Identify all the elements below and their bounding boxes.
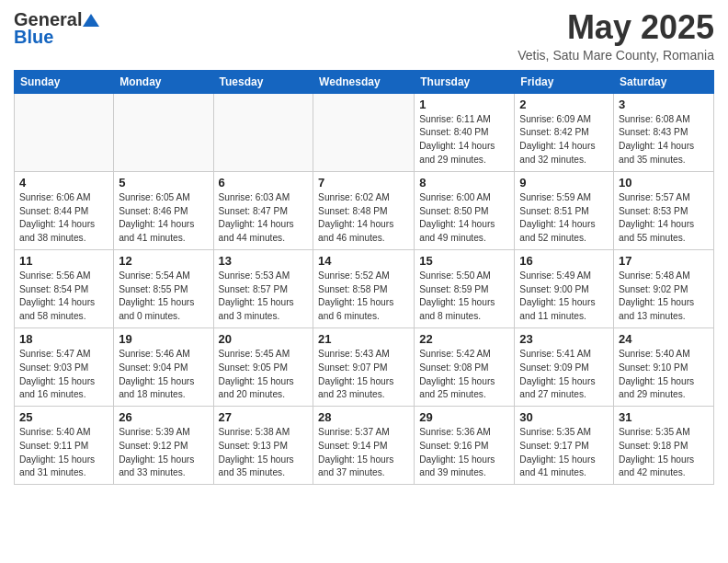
col-monday: Monday (114, 70, 213, 93)
calendar-cell: 27Sunrise: 5:38 AM Sunset: 9:13 PM Dayli… (213, 407, 313, 485)
day-detail: Sunrise: 5:49 AM Sunset: 9:00 PM Dayligh… (519, 270, 609, 324)
day-number: 18 (19, 332, 108, 346)
calendar-cell (114, 93, 213, 171)
calendar-cell: 31Sunrise: 5:35 AM Sunset: 9:18 PM Dayli… (614, 407, 714, 485)
svg-marker-0 (83, 14, 99, 27)
day-detail: Sunrise: 5:48 AM Sunset: 9:02 PM Dayligh… (619, 270, 709, 324)
week-row-0: 1Sunrise: 6:11 AM Sunset: 8:40 PM Daylig… (15, 93, 714, 171)
day-detail: Sunrise: 5:35 AM Sunset: 9:17 PM Dayligh… (519, 426, 609, 480)
calendar-cell: 6Sunrise: 6:03 AM Sunset: 8:47 PM Daylig… (213, 171, 313, 249)
calendar-subtitle: Vetis, Satu Mare County, Romania (518, 48, 714, 63)
calendar-header: Sunday Monday Tuesday Wednesday Thursday… (15, 70, 714, 93)
day-detail: Sunrise: 5:35 AM Sunset: 9:18 PM Dayligh… (619, 426, 709, 480)
calendar-table: Sunday Monday Tuesday Wednesday Thursday… (14, 70, 714, 486)
day-detail: Sunrise: 5:38 AM Sunset: 9:13 PM Dayligh… (219, 426, 309, 480)
day-number: 21 (318, 332, 409, 346)
day-number: 3 (619, 98, 709, 111)
day-number: 19 (119, 332, 208, 346)
calendar-cell: 16Sunrise: 5:49 AM Sunset: 9:00 PM Dayli… (515, 249, 614, 327)
day-number: 5 (119, 176, 208, 190)
day-number: 20 (219, 332, 309, 346)
day-detail: Sunrise: 5:56 AM Sunset: 8:54 PM Dayligh… (19, 270, 108, 324)
day-number: 14 (318, 254, 409, 268)
logo-blue: Blue (14, 27, 53, 48)
col-thursday: Thursday (415, 70, 515, 93)
calendar-cell: 26Sunrise: 5:39 AM Sunset: 9:12 PM Dayli… (114, 407, 213, 485)
week-row-2: 11Sunrise: 5:56 AM Sunset: 8:54 PM Dayli… (15, 249, 714, 327)
day-detail: Sunrise: 5:36 AM Sunset: 9:16 PM Dayligh… (419, 426, 509, 480)
day-detail: Sunrise: 5:45 AM Sunset: 9:05 PM Dayligh… (219, 348, 309, 402)
day-number: 13 (219, 254, 309, 268)
day-detail: Sunrise: 5:53 AM Sunset: 8:57 PM Dayligh… (219, 270, 309, 324)
calendar-cell: 17Sunrise: 5:48 AM Sunset: 9:02 PM Dayli… (614, 249, 714, 327)
calendar-cell: 10Sunrise: 5:57 AM Sunset: 8:53 PM Dayli… (614, 171, 714, 249)
day-number: 17 (619, 254, 709, 268)
calendar-body: 1Sunrise: 6:11 AM Sunset: 8:40 PM Daylig… (15, 93, 714, 485)
calendar-cell: 9Sunrise: 5:59 AM Sunset: 8:51 PM Daylig… (515, 171, 614, 249)
day-number: 26 (119, 410, 208, 424)
page: General Blue May 2025 Vetis, Satu Mare C… (0, 0, 728, 494)
day-number: 2 (519, 98, 609, 111)
day-number: 1 (419, 98, 509, 111)
day-number: 8 (419, 176, 509, 190)
calendar-cell: 11Sunrise: 5:56 AM Sunset: 8:54 PM Dayli… (15, 249, 114, 327)
calendar-cell (313, 93, 415, 171)
day-detail: Sunrise: 6:06 AM Sunset: 8:44 PM Dayligh… (19, 191, 108, 246)
day-number: 7 (318, 176, 409, 190)
calendar-cell: 23Sunrise: 5:41 AM Sunset: 9:09 PM Dayli… (515, 327, 614, 406)
day-detail: Sunrise: 5:47 AM Sunset: 9:03 PM Dayligh… (19, 348, 108, 402)
day-number: 15 (419, 254, 509, 268)
day-detail: Sunrise: 6:05 AM Sunset: 8:46 PM Dayligh… (119, 191, 208, 246)
day-detail: Sunrise: 6:03 AM Sunset: 8:47 PM Dayligh… (219, 191, 309, 246)
calendar-cell: 7Sunrise: 6:02 AM Sunset: 8:48 PM Daylig… (313, 171, 415, 249)
day-number: 22 (419, 332, 509, 346)
day-detail: Sunrise: 5:57 AM Sunset: 8:53 PM Dayligh… (619, 191, 709, 246)
calendar-cell (15, 93, 114, 171)
col-friday: Friday (515, 70, 614, 93)
day-detail: Sunrise: 5:43 AM Sunset: 9:07 PM Dayligh… (318, 348, 409, 402)
day-number: 23 (519, 332, 609, 346)
calendar-cell: 3Sunrise: 6:08 AM Sunset: 8:43 PM Daylig… (614, 93, 714, 171)
calendar-cell: 14Sunrise: 5:52 AM Sunset: 8:58 PM Dayli… (313, 249, 415, 327)
col-sunday: Sunday (15, 70, 114, 93)
calendar-cell: 12Sunrise: 5:54 AM Sunset: 8:55 PM Dayli… (114, 249, 213, 327)
day-detail: Sunrise: 5:54 AM Sunset: 8:55 PM Dayligh… (119, 270, 208, 324)
calendar-cell: 22Sunrise: 5:42 AM Sunset: 9:08 PM Dayli… (415, 327, 515, 406)
calendar-title: May 2025 (518, 9, 714, 46)
day-number: 28 (318, 410, 409, 424)
day-number: 11 (19, 254, 108, 268)
calendar-cell: 8Sunrise: 6:00 AM Sunset: 8:50 PM Daylig… (415, 171, 515, 249)
day-number: 27 (219, 410, 309, 424)
header: General Blue May 2025 Vetis, Satu Mare C… (14, 9, 714, 63)
col-tuesday: Tuesday (213, 70, 313, 93)
calendar-cell: 30Sunrise: 5:35 AM Sunset: 9:17 PM Dayli… (515, 407, 614, 485)
day-detail: Sunrise: 5:40 AM Sunset: 9:10 PM Dayligh… (619, 348, 709, 402)
day-detail: Sunrise: 5:41 AM Sunset: 9:09 PM Dayligh… (519, 348, 609, 402)
day-number: 25 (19, 410, 108, 424)
calendar-cell: 25Sunrise: 5:40 AM Sunset: 9:11 PM Dayli… (15, 407, 114, 485)
day-number: 30 (519, 410, 609, 424)
logo-icon (83, 14, 99, 27)
day-detail: Sunrise: 5:42 AM Sunset: 9:08 PM Dayligh… (419, 348, 509, 402)
calendar-cell: 24Sunrise: 5:40 AM Sunset: 9:10 PM Dayli… (614, 327, 714, 406)
day-number: 9 (519, 176, 609, 190)
calendar-cell: 20Sunrise: 5:45 AM Sunset: 9:05 PM Dayli… (213, 327, 313, 406)
day-number: 24 (619, 332, 709, 346)
day-detail: Sunrise: 5:50 AM Sunset: 8:59 PM Dayligh… (419, 270, 509, 324)
day-number: 4 (19, 176, 108, 190)
day-detail: Sunrise: 5:52 AM Sunset: 8:58 PM Dayligh… (318, 270, 409, 324)
day-detail: Sunrise: 5:59 AM Sunset: 8:51 PM Dayligh… (519, 191, 609, 246)
day-detail: Sunrise: 6:00 AM Sunset: 8:50 PM Dayligh… (419, 191, 509, 246)
calendar-cell: 18Sunrise: 5:47 AM Sunset: 9:03 PM Dayli… (15, 327, 114, 406)
day-detail: Sunrise: 6:09 AM Sunset: 8:42 PM Dayligh… (519, 113, 609, 167)
calendar-cell: 2Sunrise: 6:09 AM Sunset: 8:42 PM Daylig… (515, 93, 614, 171)
calendar-cell: 29Sunrise: 5:36 AM Sunset: 9:16 PM Dayli… (415, 407, 515, 485)
day-detail: Sunrise: 6:08 AM Sunset: 8:43 PM Dayligh… (619, 113, 709, 167)
day-number: 10 (619, 176, 709, 190)
day-detail: Sunrise: 5:40 AM Sunset: 9:11 PM Dayligh… (19, 426, 108, 480)
logo-area: General Blue (14, 9, 99, 48)
calendar-cell: 28Sunrise: 5:37 AM Sunset: 9:14 PM Dayli… (313, 407, 415, 485)
day-number: 6 (219, 176, 309, 190)
day-detail: Sunrise: 5:39 AM Sunset: 9:12 PM Dayligh… (119, 426, 208, 480)
calendar-cell: 5Sunrise: 6:05 AM Sunset: 8:46 PM Daylig… (114, 171, 213, 249)
